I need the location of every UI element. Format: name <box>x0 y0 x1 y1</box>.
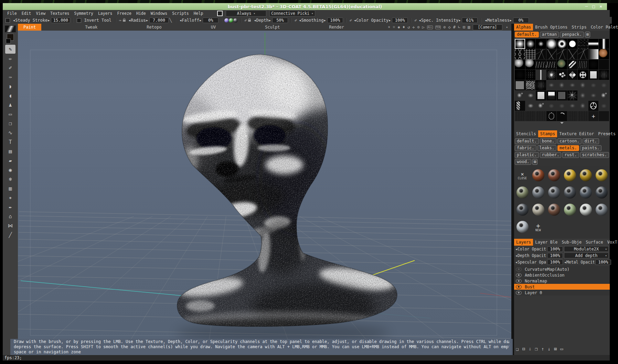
alpha-brush[interactable] <box>525 39 536 49</box>
panel-tab[interactable]: Stamps <box>538 130 557 137</box>
alpha-brush[interactable] <box>525 49 536 59</box>
minimize-icon[interactable]: ─ <box>585 3 588 10</box>
stamp-material[interactable] <box>530 167 546 184</box>
stamp-material[interactable] <box>514 202 530 219</box>
alpha-brush[interactable] <box>567 39 578 49</box>
lock-icon[interactable] <box>123 20 126 22</box>
pen-pressure-icon[interactable]: ✐ <box>295 18 297 23</box>
radius-value[interactable]: 7.000 <box>149 18 169 23</box>
metalness-value[interactable]: 0% <box>513 18 529 23</box>
menu-item[interactable]: Layers <box>96 11 115 16</box>
mode-tab[interactable]: Sculpt <box>259 24 285 31</box>
alpha-brush[interactable] <box>599 70 609 80</box>
alpha-brush[interactable] <box>588 90 599 100</box>
CurvatureMap(Auto)[interactable]: CurvatureMap(Auto) <box>514 266 610 272</box>
camera-dropdown[interactable]: [Camera] <box>473 24 502 30</box>
stamp-category-tab[interactable]: wood. <box>515 159 531 165</box>
image-tool[interactable]: ▤ <box>5 147 15 156</box>
falloff-value[interactable]: 0% <box>203 18 219 23</box>
menu-item[interactable]: Windows <box>148 11 170 16</box>
close-icon[interactable]: × <box>507 340 509 345</box>
alpha-brush[interactable] <box>599 101 609 111</box>
move-layer-up-button[interactable]: ↑ <box>541 346 544 352</box>
sphere-dark-icon[interactable] <box>233 18 238 23</box>
brush-tool[interactable]: ✎ <box>5 45 15 54</box>
secondary-color-swatch[interactable] <box>6 39 11 43</box>
roller-tool[interactable]: ▥ <box>5 184 15 193</box>
alpha-brush[interactable] <box>515 49 525 59</box>
metal-opacity-label[interactable]: ◂Metal Opacit▸ <box>564 260 594 265</box>
spec-intensity-value[interactable]: 61% <box>462 18 478 23</box>
sphere-purple-icon[interactable] <box>224 18 229 23</box>
stamp-material[interactable] <box>594 184 609 202</box>
stamp-material[interactable] <box>578 184 594 202</box>
menu-checkbox[interactable] <box>217 11 223 16</box>
layer-color-opacity-value[interactable]: 100% <box>547 246 563 252</box>
alpha-brush[interactable] <box>536 90 546 100</box>
stamp-category-tab[interactable]: rubber. <box>540 152 562 158</box>
duplicate-layer-button[interactable]: ❐ <box>535 346 537 352</box>
menu-item[interactable]: Help <box>191 11 206 16</box>
lock-icon[interactable] <box>248 20 251 22</box>
alpha-brush[interactable] <box>536 60 546 69</box>
stamp-category-tab[interactable]: fabric. <box>515 145 536 151</box>
color-opacity-value[interactable]: 100% <box>392 18 408 23</box>
mode-tab[interactable]: UV <box>205 24 221 31</box>
zoom-view-icon[interactable]: ⊙ <box>417 25 419 30</box>
alpha-brush[interactable] <box>546 80 557 90</box>
depth-opacity-label[interactable]: ◂Depth Opacit▸ <box>515 253 546 258</box>
alpha-brush[interactable] <box>599 60 609 69</box>
eraser-tool[interactable]: ▰ <box>5 156 15 165</box>
alpha-brush[interactable] <box>546 70 557 80</box>
alpha-brush[interactable] <box>578 101 588 111</box>
alpha-brush[interactable] <box>525 60 536 69</box>
stamp-category-tab[interactable]: bone. <box>540 138 556 144</box>
alpha-brush[interactable] <box>536 70 546 80</box>
alpha-brush[interactable] <box>578 49 588 59</box>
smoothing-label[interactable]: ◂Smoothing▸ <box>299 18 326 23</box>
menu-item[interactable]: Freeze <box>115 11 134 16</box>
stamp-material[interactable] <box>514 184 530 202</box>
alpha-brush[interactable] <box>567 60 578 69</box>
alpha-brush[interactable] <box>546 49 557 59</box>
close-stamp-button[interactable]: ✕ CLOSE <box>514 167 530 184</box>
alpha-brush[interactable] <box>536 49 546 59</box>
alpha-brush[interactable] <box>546 60 557 69</box>
layer-depth-opacity-value[interactable]: 100% <box>547 253 563 258</box>
alpha-brush[interactable] <box>588 101 599 111</box>
stamp-material[interactable] <box>562 202 578 219</box>
pick-tool[interactable]: ✒ <box>5 203 15 212</box>
flatten-iron-tool[interactable]: ⌂ <box>5 212 15 221</box>
panel-tab[interactable]: Stencils <box>514 130 538 137</box>
alpha-brush[interactable] <box>557 49 567 59</box>
tablet-pen-icon[interactable]: PEN <box>435 25 441 29</box>
alpha-brush[interactable] <box>515 101 525 111</box>
alpha-brush[interactable] <box>557 111 567 121</box>
stamp-category-tab[interactable]: plastic. <box>515 152 539 158</box>
alpha-brush[interactable] <box>578 70 588 80</box>
stroke-falloff-preview[interactable] <box>5 25 16 32</box>
alpha-folder-tab[interactable]: artman <box>540 32 559 38</box>
drybrush-tool[interactable]: ✑ <box>5 73 15 82</box>
fill-tool[interactable]: ◖ <box>5 91 15 100</box>
Bust[interactable]: Bust <box>514 284 610 290</box>
visibility-eye-icon[interactable] <box>516 279 522 283</box>
stamp-material[interactable] <box>546 167 562 184</box>
rotate-view-icon[interactable]: ↺ <box>407 25 410 30</box>
alpha-brush[interactable] <box>515 39 525 49</box>
mode-tab[interactable]: Retopo <box>141 24 167 31</box>
color-swatches[interactable] <box>6 34 15 43</box>
lamp-icon[interactable]: ☼ <box>393 25 395 30</box>
alpha-brush[interactable] <box>525 70 536 80</box>
panel-tab[interactable]: Texture Editor <box>557 130 596 137</box>
alpha-brush[interactable] <box>567 80 578 90</box>
Normalmap[interactable]: Normalmap <box>514 278 610 284</box>
steady-stroke-checkbox[interactable] <box>6 18 10 23</box>
pan-view-icon[interactable]: ✛ <box>412 25 415 30</box>
layer-specular-opacity-value[interactable]: 100% <box>547 259 563 265</box>
menu-item[interactable]: Symmetry <box>72 11 96 16</box>
alpha-brush[interactable] <box>567 90 578 100</box>
alpha-brush[interactable] <box>578 80 588 90</box>
mode-tab[interactable]: Tweak <box>79 24 103 31</box>
pencil-tool[interactable]: ✏ <box>5 54 15 63</box>
